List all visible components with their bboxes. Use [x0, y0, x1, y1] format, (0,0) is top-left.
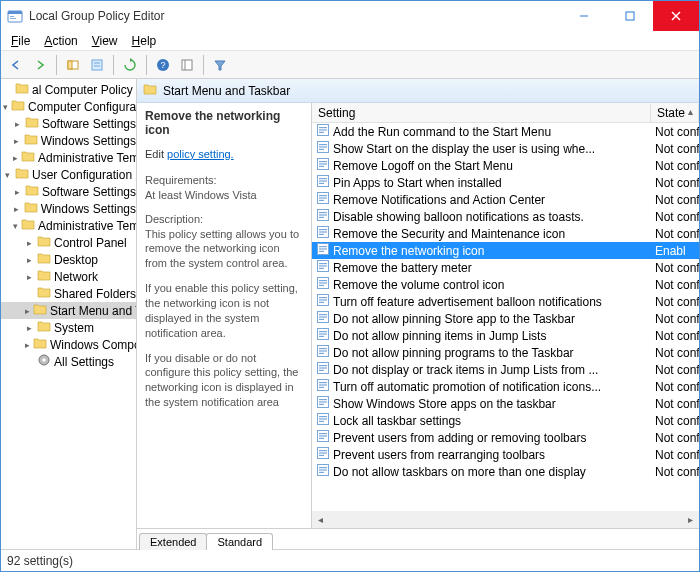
- tree-node[interactable]: al Computer Policy: [1, 81, 136, 98]
- tab-standard[interactable]: Standard: [206, 533, 273, 550]
- close-button[interactable]: [653, 1, 699, 31]
- list-item[interactable]: Remove Logoff on the Start MenuNot conf: [312, 157, 699, 174]
- list-item[interactable]: Do not allow pinning programs to the Tas…: [312, 344, 699, 361]
- maximize-button[interactable]: [607, 1, 653, 31]
- list-item[interactable]: Do not allow pinning items in Jump Lists…: [312, 327, 699, 344]
- setting-state: Not conf: [651, 431, 699, 445]
- twisty-icon[interactable]: ▾: [3, 170, 12, 179]
- list-item[interactable]: Add the Run command to the Start MenuNot…: [312, 123, 699, 140]
- setting-name: Show Windows Store apps on the taskbar: [333, 397, 556, 411]
- twisty-icon[interactable]: ▾: [13, 221, 18, 230]
- tree-node[interactable]: ▸Windows Settings: [1, 200, 136, 217]
- setting-icon: [316, 123, 330, 140]
- tree-node[interactable]: ▸Desktop: [1, 251, 136, 268]
- tree-node[interactable]: ▸Control Panel: [1, 234, 136, 251]
- setting-name: Turn off automatic promotion of notifica…: [333, 380, 601, 394]
- tree-node[interactable]: Shared Folders: [1, 285, 136, 302]
- tree-node[interactable]: ▸Start Menu and Ta: [1, 302, 136, 319]
- list-item[interactable]: Remove Notifications and Action CenterNo…: [312, 191, 699, 208]
- scroll-track[interactable]: [329, 511, 682, 528]
- twisty-icon[interactable]: ▸: [25, 272, 34, 281]
- setting-name: Show Start on the display the user is us…: [333, 142, 595, 156]
- tree-node[interactable]: ▸System: [1, 319, 136, 336]
- tree-node[interactable]: ▾Computer Configuration: [1, 98, 136, 115]
- twisty-icon[interactable]: ▾: [3, 102, 8, 111]
- tab-extended[interactable]: Extended: [139, 533, 207, 550]
- list-item[interactable]: Show Start on the display the user is us…: [312, 140, 699, 157]
- list-item[interactable]: Remove the networking iconEnabl: [312, 242, 699, 259]
- tree-node[interactable]: ▾User Configuration: [1, 166, 136, 183]
- menu-file[interactable]: File: [5, 32, 36, 50]
- scroll-up-icon[interactable]: ▴: [682, 103, 699, 120]
- back-button[interactable]: [5, 54, 27, 76]
- tree-node[interactable]: ▸Software Settings: [1, 183, 136, 200]
- tree-node[interactable]: ▸Software Settings: [1, 115, 136, 132]
- list-item[interactable]: Do not allow pinning Store app to the Ta…: [312, 310, 699, 327]
- setting-state: Not conf: [651, 176, 699, 190]
- properties-button[interactable]: [86, 54, 108, 76]
- list-item[interactable]: Lock all taskbar settingsNot conf: [312, 412, 699, 429]
- list-header[interactable]: Setting State: [312, 103, 699, 123]
- list-item[interactable]: Remove the battery meterNot conf: [312, 259, 699, 276]
- setting-state: Not conf: [651, 193, 699, 207]
- tree-node[interactable]: All Settings: [1, 353, 136, 370]
- setting-icon: [316, 310, 330, 327]
- menu-action[interactable]: Action: [38, 32, 83, 50]
- menu-help[interactable]: Help: [126, 32, 163, 50]
- twisty-icon[interactable]: ▸: [13, 187, 22, 196]
- setting-name: Add the Run command to the Start Menu: [333, 125, 551, 139]
- folder-icon: [143, 83, 157, 98]
- twisty-icon[interactable]: ▸: [13, 119, 22, 128]
- tree-node[interactable]: ▸Windows Settings: [1, 132, 136, 149]
- list-item[interactable]: Prevent users from rearranging toolbarsN…: [312, 446, 699, 463]
- list-item[interactable]: Turn off automatic promotion of notifica…: [312, 378, 699, 395]
- column-setting[interactable]: Setting: [312, 104, 651, 122]
- list-item[interactable]: Do not allow taskbars on more than one d…: [312, 463, 699, 480]
- refresh-button[interactable]: [119, 54, 141, 76]
- tree-node[interactable]: ▸Network: [1, 268, 136, 285]
- toolbar-separator: [113, 55, 114, 75]
- tree-node[interactable]: ▸Windows Compor: [1, 336, 136, 353]
- list-rows[interactable]: Add the Run command to the Start MenuNot…: [312, 123, 699, 511]
- twisty-icon[interactable]: ▸: [13, 136, 21, 145]
- scroll-right-icon[interactable]: ▸: [682, 511, 699, 528]
- description-pane: Remove the networking icon Edit policy s…: [137, 103, 312, 528]
- edit-policy-link[interactable]: policy setting.: [167, 148, 234, 160]
- show-hide-button[interactable]: [62, 54, 84, 76]
- setting-name: Remove Notifications and Action Center: [333, 193, 545, 207]
- tree-node[interactable]: ▾Administrative Templa: [1, 217, 136, 234]
- forward-button[interactable]: [29, 54, 51, 76]
- selected-setting-title: Remove the networking icon: [145, 109, 303, 138]
- list-item[interactable]: Disable showing balloon notifications as…: [312, 208, 699, 225]
- menu-view[interactable]: View: [86, 32, 124, 50]
- setting-name: Lock all taskbar settings: [333, 414, 461, 428]
- horizontal-scrollbar[interactable]: ◂ ▸: [312, 511, 699, 528]
- twisty-icon[interactable]: ▸: [25, 306, 30, 315]
- setting-state: Not conf: [651, 448, 699, 462]
- list-item[interactable]: Pin Apps to Start when installedNot conf: [312, 174, 699, 191]
- requirements-label: Requirements:: [145, 174, 303, 186]
- twisty-icon[interactable]: ▸: [13, 204, 21, 213]
- list-item[interactable]: Remove the volume control iconNot conf: [312, 276, 699, 293]
- setting-name: Prevent users from rearranging toolbars: [333, 448, 545, 462]
- list-item[interactable]: Turn off feature advertisement balloon n…: [312, 293, 699, 310]
- tree-node[interactable]: ▸Administrative Templa: [1, 149, 136, 166]
- twisty-icon[interactable]: ▸: [25, 323, 34, 332]
- list-item[interactable]: Do not display or track items in Jump Li…: [312, 361, 699, 378]
- filter-button[interactable]: [209, 54, 231, 76]
- minimize-button[interactable]: [561, 1, 607, 31]
- options-button[interactable]: [176, 54, 198, 76]
- tree-pane[interactable]: al Computer Policy▾Computer Configuratio…: [1, 79, 137, 549]
- twisty-icon[interactable]: ▸: [25, 255, 34, 264]
- twisty-icon[interactable]: ▸: [25, 238, 34, 247]
- twisty-icon[interactable]: ▸: [25, 340, 30, 349]
- twisty-icon[interactable]: ▸: [13, 153, 18, 162]
- setting-icon: [316, 361, 330, 378]
- help-button[interactable]: ?: [152, 54, 174, 76]
- setting-icon: [316, 225, 330, 242]
- list-item[interactable]: Show Windows Store apps on the taskbarNo…: [312, 395, 699, 412]
- list-item[interactable]: Remove the Security and Maintenance icon…: [312, 225, 699, 242]
- setting-icon: [316, 446, 330, 463]
- scroll-left-icon[interactable]: ◂: [312, 511, 329, 528]
- list-item[interactable]: Prevent users from adding or removing to…: [312, 429, 699, 446]
